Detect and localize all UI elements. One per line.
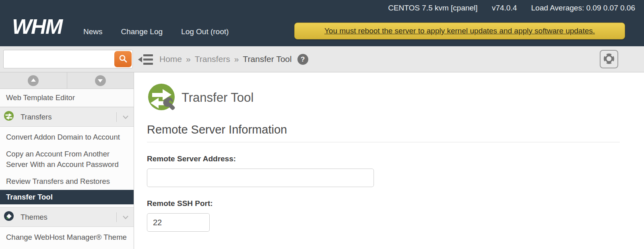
- transfers-icon: [4, 111, 14, 123]
- search-button[interactable]: [114, 51, 132, 67]
- breadcrumb-current-page: Transfer Tool: [243, 54, 291, 64]
- nav-change-log[interactable]: Change Log: [121, 27, 163, 36]
- remote-ssh-port-label: Remote SSH Port:: [147, 199, 620, 208]
- page-title: Transfer Tool: [182, 91, 254, 105]
- breadcrumb-bar: Home » Transfers » Transfer Tool ?: [0, 46, 644, 72]
- sidebar: Web Template Editor Transfers Convert Ad…: [0, 72, 134, 249]
- sidebar-item-review-transfers[interactable]: Review Transfers and Restores: [0, 173, 134, 190]
- sidebar-item-copy-account[interactable]: Copy an Account From Another Server With…: [0, 146, 134, 173]
- chevron-down-icon[interactable]: [122, 113, 129, 121]
- remote-ssh-port-input[interactable]: [147, 213, 210, 232]
- header: CENTOS 7.5 kvm [cpanel] v74.0.4 Load Ave…: [0, 0, 644, 46]
- arrow-down-circle-icon: [95, 75, 106, 86]
- sidebar-category-label: Themes: [21, 213, 116, 222]
- content-row: Web Template Editor Transfers Convert Ad…: [0, 72, 644, 249]
- breadcrumb-separator: »: [186, 54, 191, 64]
- sidebar-scroll-controls: [0, 72, 134, 89]
- sidebar-item-web-template-editor[interactable]: Web Template Editor: [0, 89, 134, 107]
- nav-news[interactable]: News: [83, 27, 103, 36]
- main-content: Transfer Tool Remote Server Information …: [134, 72, 644, 249]
- life-ring-icon: [602, 52, 616, 67]
- sidebar-scroll-up-button[interactable]: [0, 72, 67, 88]
- breadcrumb-transfers[interactable]: Transfers: [195, 54, 230, 64]
- remote-server-address-input[interactable]: [147, 169, 374, 187]
- sidebar-category-label: Transfers: [21, 113, 116, 121]
- sidebar-sublist-transfers: Convert Addon Domain to Account Copy an …: [0, 127, 134, 207]
- sidebar-category-themes[interactable]: Themes: [0, 207, 134, 227]
- sidebar-item-convert-addon-domain[interactable]: Convert Addon Domain to Account: [0, 129, 134, 146]
- breadcrumb: Home » Transfers » Transfer Tool ?: [159, 46, 308, 72]
- sidebar-item-transfer-tool-selected[interactable]: Transfer Tool: [0, 190, 134, 204]
- sidebar-scroll-down-button[interactable]: [67, 72, 134, 88]
- divider: [116, 212, 117, 222]
- status-version: v74.0.4: [492, 4, 517, 12]
- arrow-up-circle-icon: [28, 75, 39, 86]
- sidebar-sublist-themes: Change WebHost Manager® Theme: [0, 227, 134, 249]
- breadcrumb-home[interactable]: Home: [159, 54, 182, 64]
- sidebar-item-change-whm-theme[interactable]: Change WebHost Manager® Theme: [0, 229, 134, 246]
- magnifier-icon: [119, 54, 128, 64]
- chevron-down-icon[interactable]: [122, 213, 129, 222]
- breadcrumb-separator: »: [234, 54, 239, 64]
- transfer-tool-wrench-icon: [147, 82, 177, 113]
- remote-server-address-label: Remote Server Address:: [147, 154, 620, 163]
- whm-logo[interactable]: WHM: [12, 14, 62, 39]
- themes-icon: [4, 211, 14, 223]
- search-input[interactable]: [3, 50, 133, 68]
- collapse-sidebar-icon[interactable]: [138, 54, 153, 67]
- search-group: [3, 50, 133, 68]
- status-system: CENTOS 7.5 kvm [cpanel]: [388, 4, 477, 12]
- section-title: Remote Server Information: [147, 123, 620, 142]
- nav-log-out[interactable]: Log Out (root): [181, 27, 229, 36]
- divider: [116, 112, 117, 122]
- server-status-line: CENTOS 7.5 kvm [cpanel] v74.0.4 Load Ave…: [376, 4, 635, 12]
- status-load-averages: Load Averages: 0.09 0.07 0.06: [531, 4, 635, 12]
- top-nav: News Change Log Log Out (root): [83, 27, 229, 36]
- sidebar-category-transfers[interactable]: Transfers: [0, 107, 134, 127]
- reboot-alert-banner[interactable]: You must reboot the server to apply kern…: [294, 23, 625, 39]
- page-title-row: Transfer Tool: [147, 82, 620, 113]
- question-circle-icon[interactable]: ?: [297, 54, 308, 65]
- support-button[interactable]: [600, 50, 618, 68]
